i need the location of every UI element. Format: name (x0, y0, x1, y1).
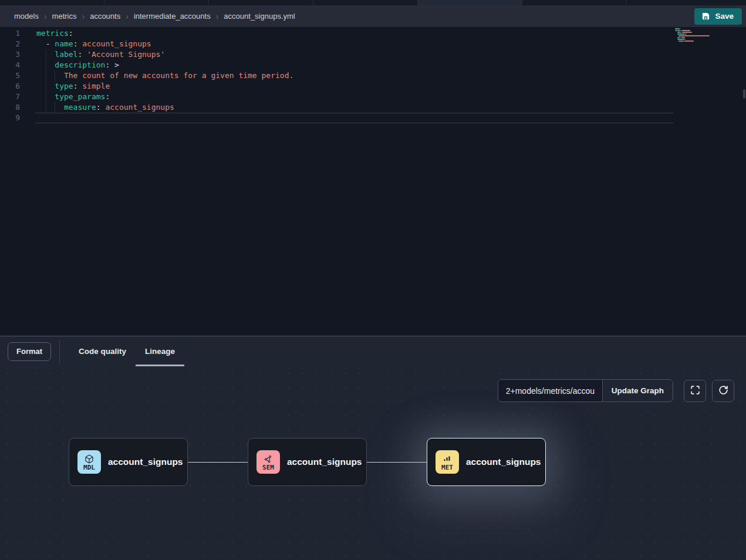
code-token: simple (82, 82, 110, 90)
lineage-selector-input[interactable] (498, 380, 603, 402)
line-number[interactable]: 8 (0, 102, 20, 113)
code-line[interactable]: description: > (36, 60, 746, 70)
code-line[interactable]: The count of new accounts for a given ti… (36, 70, 746, 81)
file-header-bar: models›metrics›accounts›intermediate_acc… (0, 5, 746, 27)
save-button-label: Save (715, 12, 734, 21)
code-content[interactable]: metrics: - name: account_signups label: … (27, 28, 746, 123)
node-type-badge: MDL (77, 450, 101, 474)
breadcrumb-item[interactable]: intermediate_accounts (134, 12, 211, 21)
code-token: metrics (36, 29, 69, 38)
breadcrumb-item[interactable]: models (14, 12, 39, 21)
node-type-label: MDL (83, 464, 95, 471)
code-line[interactable] (35, 113, 673, 123)
line-number[interactable]: 1 (0, 28, 20, 39)
window-tab[interactable] (522, 0, 627, 5)
bar-chart-icon (443, 454, 452, 464)
node-type-badge: MET (436, 450, 459, 474)
minimap-segment (679, 28, 680, 29)
code-editor[interactable]: 123456789 metrics: - name: account_signu… (0, 27, 746, 336)
code-line[interactable]: measure: account_signups (36, 102, 746, 113)
cube-icon (85, 454, 94, 464)
line-number[interactable]: 7 (0, 92, 20, 102)
fullscreen-button[interactable] (684, 380, 706, 402)
save-icon (701, 12, 710, 21)
refresh-icon (718, 385, 728, 397)
breadcrumb-item[interactable]: accounts (90, 12, 120, 21)
ide-window: models›metrics›accounts›intermediate_acc… (0, 0, 746, 560)
minimap-segment (679, 41, 683, 42)
code-token: account_signups (105, 103, 174, 112)
window-tab[interactable] (313, 0, 418, 5)
minimap-segment (681, 30, 691, 31)
bottom-panel: Format Code qualityLineage Update Graph (0, 336, 746, 560)
line-number[interactable]: 5 (0, 70, 20, 81)
code-line[interactable]: metrics: (36, 28, 746, 39)
breadcrumb-item[interactable]: metrics (52, 12, 77, 21)
window-tab[interactable] (627, 0, 746, 5)
window-tab[interactable] (209, 0, 313, 5)
line-number[interactable]: 3 (0, 49, 20, 60)
window-tab[interactable] (418, 0, 522, 5)
selector-group: Update Graph (498, 379, 673, 402)
fullscreen-icon (690, 385, 700, 397)
line-number[interactable]: 2 (0, 39, 20, 49)
code-token: : (105, 60, 114, 69)
code-token: : (73, 39, 83, 48)
code-line[interactable]: type: simple (36, 81, 746, 92)
editor-scrollbar-thumb[interactable] (743, 89, 745, 99)
code-line[interactable]: type_params: (36, 92, 746, 102)
window-tab[interactable] (0, 0, 104, 5)
line-number[interactable]: 4 (0, 60, 20, 70)
lineage-node-met[interactable]: METaccount_signups (427, 438, 546, 486)
indent-guide (55, 102, 55, 113)
update-graph-button[interactable]: Update Graph (603, 380, 673, 402)
panel-tab-list: Code qualityLineage (69, 336, 184, 366)
breadcrumb-separator-icon: › (44, 12, 47, 21)
node-label: account_signups (466, 457, 541, 467)
code-token: > (114, 60, 119, 69)
code-token: : (105, 92, 110, 101)
minimap-segment (686, 33, 687, 35)
lineage-canvas[interactable]: Update Graph (0, 366, 746, 560)
breadcrumb-separator-icon: › (126, 12, 129, 21)
indent-guide (46, 49, 46, 113)
breadcrumb-separator-icon: › (82, 12, 85, 21)
code-token: type (55, 82, 73, 90)
code-token: - (36, 39, 55, 48)
tab-lineage[interactable]: Lineage (136, 336, 184, 366)
minimap-segment (679, 35, 710, 36)
tab-bar-divider (59, 340, 60, 363)
code-line[interactable]: - name: account_signups (36, 39, 746, 49)
tab-code-quality[interactable]: Code quality (69, 336, 136, 366)
breadcrumb-item[interactable]: account_signups.yml (224, 12, 295, 21)
code-token: : (73, 82, 83, 90)
line-number[interactable]: 9 (0, 113, 20, 123)
code-token: label (55, 50, 77, 59)
code-token (36, 103, 64, 112)
minimap[interactable] (675, 28, 714, 47)
code-token: measure (64, 103, 96, 112)
refresh-button[interactable] (712, 380, 734, 402)
lineage-node-mdl[interactable]: MDLaccount_signups (69, 438, 188, 486)
minimap-segment (677, 39, 684, 40)
line-numbers[interactable]: 123456789 (0, 28, 27, 123)
code-token: : (77, 50, 87, 59)
code-line[interactable]: label: 'Account Signups' (36, 49, 746, 60)
breadcrumb: models›metrics›accounts›intermediate_acc… (14, 12, 694, 21)
panel-tab-bar: Format Code qualityLineage (0, 336, 746, 366)
breadcrumb-separator-icon: › (216, 12, 219, 21)
format-button[interactable]: Format (8, 342, 51, 361)
minimap-line (675, 42, 714, 44)
code-token: account_signups (82, 39, 151, 48)
code-token: The count of new accounts for a given ti… (64, 71, 293, 80)
minimap-segment (677, 33, 684, 35)
window-tab[interactable] (104, 0, 209, 5)
window-tab-strip (0, 0, 746, 5)
node-label: account_signups (287, 457, 362, 467)
line-number[interactable]: 6 (0, 81, 20, 92)
minimap-segment (684, 39, 686, 40)
code-token: name (55, 39, 73, 48)
save-button[interactable]: Save (694, 8, 742, 25)
minimap-segment (681, 37, 685, 38)
lineage-node-sem[interactable]: SEMaccount_signups (248, 438, 367, 486)
